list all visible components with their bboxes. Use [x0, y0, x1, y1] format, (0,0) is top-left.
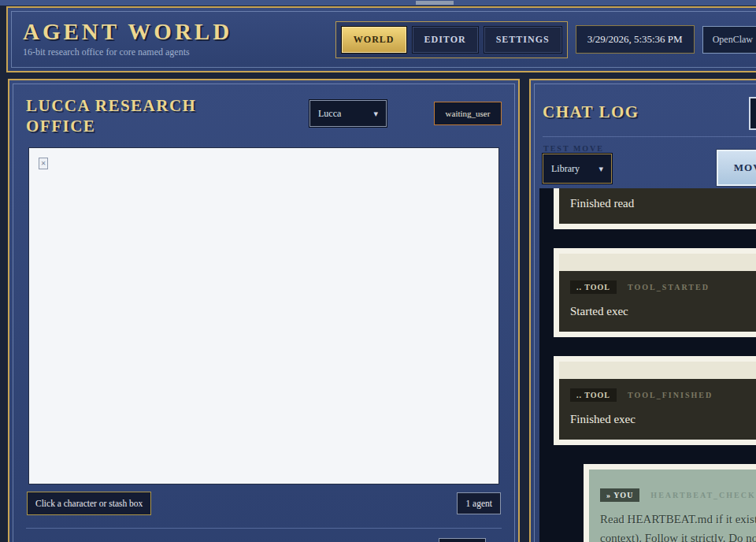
message-sender-badge: .. TOOL [570, 280, 617, 294]
message-event-label: TOOL_STARTED [628, 283, 710, 291]
agent-status-button[interactable]: waiting_user [434, 102, 502, 125]
chat-message-card: .. TOOL TOOL_FINISHED Finished read [554, 188, 756, 229]
message-header-strip [559, 254, 756, 271]
clipped-bottom-button[interactable] [439, 538, 486, 542]
office-bottom-section [26, 538, 502, 542]
test-move-label: TEST MOVE [543, 144, 604, 153]
app-title-block: AGENT WORLD 16-bit research office for c… [23, 20, 326, 58]
app-subtitle: 16-bit research office for core named ag… [23, 46, 326, 58]
app-title: AGENT WORLD [23, 20, 326, 43]
agent-count-badge: 1 agent [457, 492, 501, 514]
main-nav: WORLD EDITOR SETTINGS [335, 21, 568, 58]
message-event-label: TOOL_FINISHED [628, 391, 713, 399]
message-text: Started exec [570, 302, 756, 321]
chat-top-right-button[interactable] [749, 97, 756, 130]
message-text: Finished exec [570, 410, 756, 429]
chat-log-panel: CHAT LOG TEST MOVE Library ▾ MOVE .. TOO… [529, 79, 756, 542]
provider-badge[interactable]: OpenClaw [702, 26, 756, 54]
message-sender-badge: » YOU [600, 488, 639, 502]
message-body: .. TOOL TOOL_STARTED Started exec [559, 271, 756, 332]
world-canvas[interactable]: ✕ [28, 147, 499, 484]
research-office-panel: LUCCA RESEARCH OFFICE Lucca ▾ waiting_us… [8, 79, 520, 542]
agent-world-app: AGENT WORLD 16-bit research office for c… [0, 0, 756, 542]
chat-message-card: .. TOOL TOOL_STARTED Started exec [554, 248, 756, 337]
message-event-label: HEARTBEAT_CHECK [650, 491, 755, 499]
broken-image-icon: ✕ [39, 158, 48, 169]
message-body: .. TOOL TOOL_FINISHED Finished read [559, 188, 756, 224]
chat-divider [543, 136, 756, 137]
message-text: Read HEARTBEAT.md if it exists (workspac… [600, 510, 756, 542]
nav-tab-editor[interactable]: EDITOR [412, 26, 479, 54]
move-button[interactable]: MOVE [716, 149, 756, 187]
message-header-strip [559, 362, 756, 379]
canvas-hint-badge: Click a character or stash box [27, 492, 151, 515]
chat-message-card: » YOU HEARTBEAT_CHECK Read HEARTBEAT.md … [584, 464, 756, 542]
chat-message-card: .. TOOL TOOL_FINISHED Finished exec [554, 356, 756, 445]
office-divider [26, 528, 502, 529]
app-header: AGENT WORLD 16-bit research office for c… [6, 6, 756, 72]
header-controls: WORLD EDITOR SETTINGS 3/29/2026, 5:35:36… [335, 21, 756, 58]
location-select[interactable]: Library ▾ [543, 154, 612, 184]
nav-tab-settings[interactable]: SETTINGS [484, 26, 562, 54]
scrollbar-thumb[interactable] [416, 1, 454, 5]
nav-tab-world[interactable]: WORLD [341, 26, 407, 54]
agent-select-value: Lucca [318, 108, 341, 120]
chevron-down-icon: ▾ [373, 109, 378, 119]
chevron-down-icon: ▾ [598, 164, 603, 174]
chat-message-list[interactable]: .. TOOL TOOL_FINISHED Finished read .. T… [539, 188, 756, 542]
message-sender-badge: .. TOOL [570, 388, 617, 402]
datetime-display: 3/29/2026, 5:35:36 PM [576, 25, 695, 54]
office-panel-title: LUCCA RESEARCH OFFICE [26, 95, 262, 137]
chat-panel-title: CHAT LOG [543, 102, 639, 122]
message-body: » YOU HEARTBEAT_CHECK Read HEARTBEAT.md … [589, 470, 756, 542]
message-body: .. TOOL TOOL_FINISHED Finished exec [559, 379, 756, 440]
message-text: Finished read [570, 194, 756, 213]
agent-select[interactable]: Lucca ▾ [309, 100, 387, 127]
location-select-value: Library [551, 163, 580, 175]
window-top-strip [0, 0, 756, 6]
